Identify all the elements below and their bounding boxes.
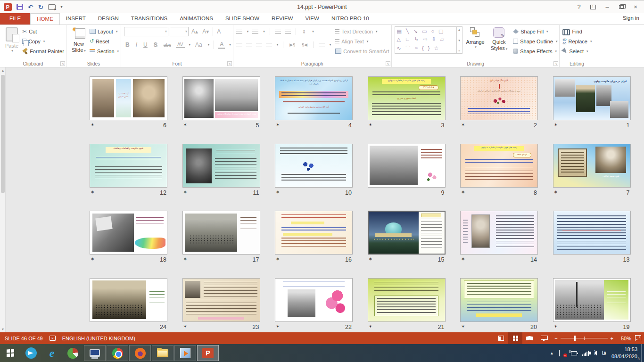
italic-icon[interactable]: I	[134, 41, 139, 48]
redo-icon[interactable]: ↻	[38, 4, 44, 10]
tab-animations[interactable]: ANIMATIONS	[173, 13, 219, 25]
animation-indicator[interactable]: ✶	[554, 324, 560, 330]
ltr-direction-icon[interactable]: ▶¶	[288, 42, 297, 47]
align-center-icon[interactable]	[246, 43, 252, 47]
powerpoint-app-icon[interactable]: P	[4, 3, 12, 11]
slide-thumbnail-11[interactable]	[182, 144, 260, 188]
bold-icon[interactable]: B	[124, 41, 131, 48]
animation-indicator[interactable]: ✶	[461, 122, 467, 129]
slide-thumbnail-15[interactable]	[368, 211, 446, 255]
decrease-indent-icon[interactable]	[275, 30, 281, 34]
grow-font-icon[interactable]: A▴	[190, 28, 199, 35]
network-icon[interactable]	[582, 351, 589, 356]
minimize-icon[interactable]: –	[601, 2, 614, 12]
replace-button[interactable]: abac Replace▾	[562, 36, 592, 46]
columns-icon[interactable]	[319, 43, 325, 47]
tab-nitro-pro[interactable]: NITRO PRO 10	[325, 13, 375, 25]
line-spacing-icon[interactable]: ⇕	[301, 29, 307, 34]
tab-design[interactable]: DESIGN	[92, 13, 125, 25]
paste-button[interactable]: Paste▾	[3, 26, 21, 54]
tab-slide-show[interactable]: SLIDE SHOW	[219, 13, 265, 25]
slide-thumbnail-19[interactable]	[553, 278, 631, 322]
normal-view-button[interactable]	[494, 332, 508, 344]
slide-thumbnail-17[interactable]	[182, 211, 260, 255]
ribbon-display-options-icon[interactable]	[586, 2, 600, 12]
slide-thumbnail-10[interactable]	[275, 144, 353, 188]
clock[interactable]: 18:53 08/04/2020	[611, 346, 637, 360]
shapes-gallery-scrollbar[interactable]: ▴▾≡	[457, 26, 462, 54]
show-desktop-button[interactable]	[641, 344, 644, 362]
taskbar-firefox[interactable]	[129, 345, 151, 361]
slide-sorter-view-button[interactable]	[508, 332, 522, 344]
spellcheck-icon[interactable]: ×	[50, 336, 56, 341]
input-language-indicator[interactable]: فا	[602, 350, 606, 356]
slide-thumbnail-7[interactable]: شیخ محمد خیابانی	[553, 144, 631, 188]
taskbar-remote-desktop[interactable]	[84, 345, 106, 361]
slide-thumbnail-16[interactable]	[275, 211, 353, 255]
language-indicator[interactable]: ENGLISH (UNITED KINGDOM)	[62, 336, 135, 341]
slide-thumbnail-9[interactable]	[368, 144, 446, 188]
slide-thumbnail-21[interactable]	[368, 278, 446, 322]
slide-thumbnail-8[interactable]: زمینه های ظهور حکومت از قاجاریه به پهلوی…	[460, 144, 538, 188]
strikethrough-icon[interactable]: abc	[162, 42, 173, 48]
align-right-icon[interactable]	[256, 43, 262, 47]
zoom-out-icon[interactable]: −	[554, 336, 557, 341]
undo-icon[interactable]: ↶	[28, 4, 33, 10]
volume-icon[interactable]	[594, 351, 597, 355]
taskbar-media-player[interactable]	[174, 345, 196, 361]
reset-button[interactable]: ↺Reset	[90, 36, 119, 46]
animation-indicator[interactable]: ✶	[183, 189, 189, 196]
action-center-icon[interactable]: ×	[559, 350, 566, 356]
start-from-beginning-icon[interactable]	[48, 4, 56, 10]
underline-icon[interactable]: U	[142, 41, 149, 48]
power-icon[interactable]	[571, 351, 577, 355]
animation-indicator[interactable]: ✶	[369, 122, 374, 129]
animation-indicator[interactable]: ✶	[91, 256, 96, 263]
bullets-icon[interactable]	[236, 30, 242, 34]
animation-indicator[interactable]: ✶	[461, 256, 467, 263]
convert-to-smartart-button[interactable]: Convert to SmartArt	[335, 46, 389, 56]
font-name-combo[interactable]	[124, 27, 168, 36]
shape-effects-button[interactable]: Shape Effects▾	[513, 46, 557, 56]
animation-indicator[interactable]: ✶	[554, 122, 560, 129]
zoom-level[interactable]: 50%	[617, 336, 631, 341]
animation-indicator[interactable]: ✶	[91, 122, 96, 129]
restore-icon[interactable]	[615, 2, 628, 12]
animation-indicator[interactable]: ✶	[276, 189, 281, 196]
shapes-gallery[interactable]: ▤ ╲ ↘ ▭ ○ ▢ △ ∟ ↳ ⇨ ⇩ ▱ ∿ ⌒ ≈ { } ☆	[395, 26, 457, 54]
scrollbar-thumb[interactable]	[1, 75, 5, 193]
slide-thumbnail-24[interactable]	[90, 278, 167, 322]
layout-button[interactable]: Layout▾	[90, 26, 119, 36]
animation-indicator[interactable]: ✶	[276, 122, 281, 129]
tab-file[interactable]: FILE	[0, 13, 30, 25]
align-left-icon[interactable]	[236, 43, 242, 47]
slide-thumbnail-20[interactable]	[460, 278, 538, 322]
tab-home[interactable]: HOME	[30, 13, 60, 25]
animation-indicator[interactable]: ✶	[461, 324, 467, 330]
animation-indicator[interactable]: ✶	[276, 256, 281, 263]
taskbar-idm[interactable]	[62, 344, 83, 362]
customize-qat-icon[interactable]: ▾	[60, 5, 62, 9]
shape-outline-button[interactable]: Shape Outline▾	[513, 36, 557, 46]
font-color-icon[interactable]: A	[218, 41, 225, 49]
slide-thumbnail-3[interactable]: زمینه های ظهور حکومت از قاجاریه به پهلوی…	[368, 76, 446, 120]
slide-thumbnail-12[interactable]: شیوه حکومت و اقدامات رضاشاه	[90, 144, 167, 188]
hidden-icons-chevron[interactable]: ▲	[550, 351, 554, 355]
reading-view-button[interactable]	[522, 332, 537, 344]
slide-show-button[interactable]	[537, 332, 551, 344]
text-direction-button[interactable]: Text Direction▾	[335, 26, 389, 36]
animation-indicator[interactable]: ✶	[183, 256, 189, 263]
animation-indicator[interactable]: ✶	[183, 122, 189, 129]
quick-styles-button[interactable]: Quick Styles▾	[488, 26, 510, 52]
animation-indicator[interactable]: ✶	[369, 324, 374, 330]
arrange-button[interactable]: Arrange▾	[464, 26, 487, 50]
format-painter-button[interactable]: Format Painter	[22, 46, 64, 56]
animation-indicator[interactable]: ✶	[183, 324, 189, 330]
scroll-up-icon[interactable]: ▲	[0, 67, 6, 74]
slide-thumbnail-14[interactable]	[460, 211, 538, 255]
tab-view[interactable]: VIEW	[299, 13, 325, 25]
find-button[interactable]: Find	[562, 26, 592, 36]
numbering-icon[interactable]	[252, 30, 258, 34]
vertical-scrollbar[interactable]: ▲ ▼	[0, 67, 6, 332]
slide-thumbnail-1[interactable]: ایران در دوران حکومت پهلوی	[553, 76, 631, 120]
